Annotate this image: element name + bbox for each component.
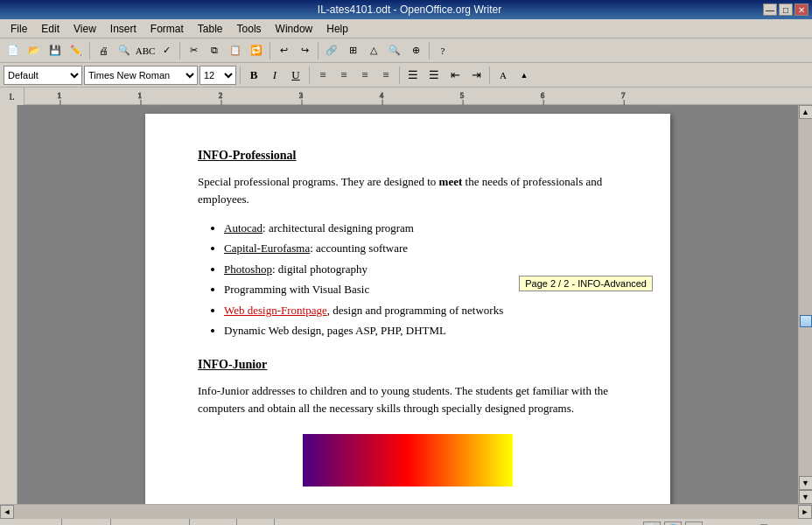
heading-info-professional: INFO-Professional: [198, 149, 618, 163]
style-status: Default: [62, 519, 111, 525]
svg-text:1: 1: [58, 92, 61, 100]
menu-edit[interactable]: Edit: [34, 21, 66, 37]
num-list-button[interactable]: ☰: [403, 66, 423, 85]
horizontal-scrollbar: ◄ ►: [0, 504, 812, 518]
cut-button[interactable]: ✂: [184, 41, 203, 60]
open-button[interactable]: 📂: [24, 41, 44, 60]
help-button[interactable]: ?: [433, 41, 452, 60]
scroll-right-button[interactable]: ►: [798, 505, 812, 519]
table-button[interactable]: ⊞: [343, 41, 362, 60]
close-button[interactable]: ✕: [794, 4, 808, 16]
paste-button[interactable]: 📋: [226, 41, 245, 60]
redo-button[interactable]: ↪: [295, 41, 314, 60]
h-scroll-track[interactable]: [14, 505, 798, 519]
list-item: Autocad: architectural designing program: [224, 218, 618, 238]
justify-button[interactable]: ≡: [376, 66, 396, 85]
vertical-scrollbar: ▲ ▼ ▼: [798, 105, 812, 504]
scroll-down-button[interactable]: ▼: [799, 476, 813, 490]
size-dropdown[interactable]: 12: [200, 66, 236, 85]
copy-button[interactable]: ⧉: [205, 41, 224, 60]
menu-view[interactable]: View: [66, 21, 103, 37]
menubar: File Edit View Insert Format Table Tools…: [0, 19, 812, 38]
status-right: 📄 🌐 ⊞ – + 100%: [643, 522, 812, 526]
menu-file[interactable]: File: [4, 21, 34, 37]
sep5: [429, 42, 430, 60]
scroll-up-button[interactable]: ▲: [799, 105, 813, 119]
new-button[interactable]: 📄: [4, 41, 23, 60]
full-view-button[interactable]: ⊞: [685, 522, 703, 526]
menu-insert[interactable]: Insert: [103, 21, 144, 37]
doc-view-button[interactable]: 📄: [643, 522, 661, 526]
highlight-button[interactable]: ▲: [514, 66, 534, 85]
sep3: [270, 42, 270, 60]
sep-f4: [489, 66, 490, 84]
section-info-junior: INFO-Junior Info-Junior addresses to chi…: [198, 358, 618, 486]
menu-window[interactable]: Window: [269, 21, 320, 37]
insert-mode[interactable]: INSRT: [190, 519, 237, 525]
horizontal-ruler: 1 1 2 3 4 5 6 7: [24, 88, 812, 105]
page-tooltip: Page 2 / 2 - INFO-Advanced: [519, 276, 653, 291]
font-dropdown[interactable]: Times New Roman: [84, 66, 198, 85]
bullet-list-button[interactable]: ☰: [424, 66, 444, 85]
vertical-ruler: [0, 105, 18, 504]
list-item: Dynamic Web design, pages ASP, PHP, DHTM…: [224, 320, 618, 340]
svg-text:4: 4: [380, 92, 383, 100]
page-count: Page 2 / 2: [0, 519, 62, 525]
undo-button[interactable]: ↩: [274, 41, 293, 60]
main-area: INFO-Professional Special professional p…: [0, 105, 812, 504]
sep-f2: [309, 66, 310, 84]
main-toolbar: 📄 📂 💾 ✏️ 🖨 🔍 ABC ✓ ✂ ⧉ 📋 🔁 ↩ ↪ 🔗 ⊞ △ 🔍 ⊕…: [0, 38, 812, 63]
print-button[interactable]: 🖨: [94, 41, 113, 60]
edit-button[interactable]: ✏️: [66, 41, 86, 60]
document-page: INFO-Professional Special professional p…: [145, 114, 670, 504]
align-center-button[interactable]: ≡: [334, 66, 354, 85]
save-button[interactable]: 💾: [46, 41, 65, 60]
gradient-bar: [303, 434, 513, 486]
webdesign-link: Web design-Frontpage: [224, 304, 327, 317]
underline-button[interactable]: U: [286, 66, 305, 85]
indent-more-button[interactable]: ⇥: [466, 66, 486, 85]
list-item: Web design-Frontpage, design and program…: [224, 300, 618, 320]
spell-button[interactable]: ABC: [136, 41, 155, 60]
draw-button[interactable]: △: [364, 41, 383, 60]
menu-table[interactable]: Table: [191, 21, 230, 37]
minimize-button[interactable]: —: [763, 4, 777, 16]
print-preview-button[interactable]: 🔍: [115, 41, 134, 60]
scroll-left-button[interactable]: ◄: [0, 505, 14, 519]
bold-button[interactable]: B: [244, 66, 263, 85]
sep-f3: [399, 66, 400, 84]
sep2: [179, 42, 180, 60]
maximize-button[interactable]: □: [779, 4, 793, 16]
style-dropdown[interactable]: Default: [4, 66, 82, 85]
hyperlink-button[interactable]: 🔗: [322, 41, 341, 60]
menu-tools[interactable]: Tools: [230, 21, 269, 37]
clone-button[interactable]: 🔁: [247, 41, 266, 60]
ruler-corner: L: [0, 88, 24, 105]
ruler-container: L 1 1 2 3 4 5 6 7: [0, 88, 812, 105]
svg-text:3: 3: [299, 92, 303, 100]
align-right-button[interactable]: ≡: [355, 66, 374, 85]
align-left-button[interactable]: ≡: [313, 66, 332, 85]
scroll-thumb[interactable]: [800, 315, 812, 327]
web-view-button[interactable]: 🌐: [664, 522, 682, 526]
find-button[interactable]: 🔍: [385, 41, 404, 60]
scroll-track[interactable]: [799, 119, 813, 476]
format-toolbar: Default Times New Roman 12 B I U ≡ ≡ ≡ ≡…: [0, 63, 812, 88]
nav-button[interactable]: ⊕: [406, 41, 425, 60]
menu-help[interactable]: Help: [319, 21, 355, 37]
autocorrect-button[interactable]: ✓: [157, 41, 176, 60]
indent-less-button[interactable]: ⇤: [445, 66, 465, 85]
svg-rect-0: [24, 88, 812, 105]
svg-text:7: 7: [621, 92, 625, 100]
font-color-button[interactable]: A: [494, 66, 513, 85]
sep-f1: [240, 66, 241, 84]
statusbar: Page 2 / 2 Default English (USA) INSRT S…: [0, 518, 812, 525]
italic-button[interactable]: I: [265, 66, 284, 85]
language-status: English (USA): [111, 519, 190, 525]
svg-text:2: 2: [219, 92, 222, 100]
document-area[interactable]: INFO-Professional Special professional p…: [18, 105, 798, 504]
svg-text:5: 5: [460, 92, 464, 100]
scroll-down2-button[interactable]: ▼: [799, 490, 813, 504]
menu-format[interactable]: Format: [144, 21, 191, 37]
selection-mode[interactable]: STD: [237, 519, 275, 525]
